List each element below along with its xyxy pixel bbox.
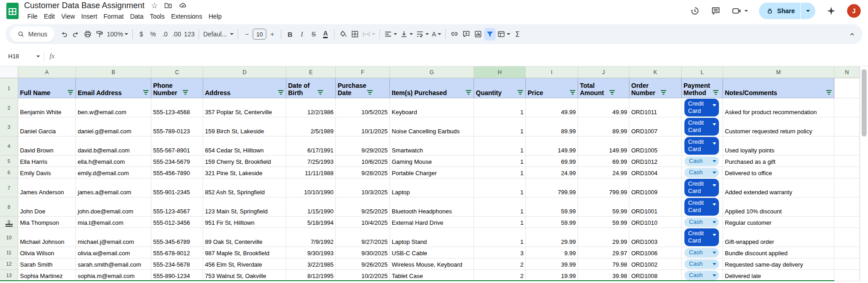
- cell-I7[interactable]: 799.99: [526, 178, 578, 197]
- menu-file[interactable]: File: [24, 12, 41, 21]
- cell-J6[interactable]: 24.99: [578, 167, 629, 178]
- cell-E12[interactable]: 3/22/1985: [286, 258, 336, 270]
- cloud-status-icon[interactable]: [179, 1, 187, 10]
- cell-K3[interactable]: ORD1007: [629, 117, 682, 136]
- cell-C13[interactable]: 555-890-1234: [151, 270, 203, 281]
- cell-M5[interactable]: Purchased as a gift: [723, 156, 834, 167]
- cell-C9[interactable]: 555-012-3456: [151, 217, 203, 228]
- cell-M6[interactable]: Delivered to office: [723, 167, 834, 178]
- cell-K9[interactable]: ORD1010: [629, 217, 682, 228]
- row-number-12[interactable]: 12: [0, 258, 18, 270]
- cell-C2[interactable]: 555-123-4568: [151, 98, 203, 117]
- cell-N10[interactable]: [834, 228, 860, 247]
- menu-tools[interactable]: Tools: [147, 12, 168, 21]
- cell-H13[interactable]: 2: [474, 270, 526, 281]
- payment-method-chip[interactable]: Credit Card: [684, 99, 719, 116]
- name-box[interactable]: H18: [5, 53, 42, 60]
- cell-F8[interactable]: 9/25/2025: [336, 197, 390, 217]
- cell-I3[interactable]: 89.99: [526, 117, 578, 136]
- cell-L9[interactable]: Cash: [682, 217, 723, 228]
- cell-G9[interactable]: External Hard Drive: [390, 217, 474, 228]
- header-cell-K[interactable]: Order Number: [629, 78, 682, 98]
- insert-link-button[interactable]: [449, 28, 460, 40]
- cell-B13[interactable]: sophia.m@email.com: [76, 270, 151, 281]
- header-cell-E[interactable]: Date of Birth: [286, 78, 336, 98]
- scrollbar-thumb[interactable]: [862, 69, 867, 136]
- cell-I9[interactable]: 59.99: [526, 217, 578, 228]
- cell-L11[interactable]: Cash: [682, 247, 723, 258]
- cell-K8[interactable]: ORD1001: [629, 197, 682, 217]
- payment-method-chip[interactable]: Cash: [684, 271, 719, 280]
- cell-H4[interactable]: 1: [474, 136, 526, 156]
- cell-A3[interactable]: Daniel Garcia: [18, 117, 76, 136]
- undo-button[interactable]: [58, 28, 70, 40]
- menu-help[interactable]: Help: [205, 12, 225, 21]
- cell-G12[interactable]: Wireless Mouse, Keyboard: [390, 258, 474, 270]
- cell-N11[interactable]: [834, 247, 860, 258]
- row-number-11[interactable]: 11: [0, 247, 18, 258]
- cell-D12[interactable]: 456 Elm St, Riverdale: [203, 258, 286, 270]
- cell-N3[interactable]: [834, 117, 860, 136]
- cell-F6[interactable]: 9/28/2025: [336, 167, 390, 178]
- header-cell-D[interactable]: Address: [203, 78, 286, 98]
- cell-F13[interactable]: 10/2/2025: [336, 270, 390, 281]
- cell-N7[interactable]: [834, 178, 860, 197]
- comments-icon[interactable]: [711, 6, 721, 16]
- chip-dropdown-caret[interactable]: [713, 252, 716, 254]
- cell-A7[interactable]: James Anderson: [18, 178, 76, 197]
- cell-I4[interactable]: 149.99: [526, 136, 578, 156]
- cell-D4[interactable]: 654 Cedar St, Hilltown: [203, 136, 286, 156]
- filter-views-button[interactable]: [496, 28, 512, 40]
- cell-K13[interactable]: ORD1008: [629, 270, 682, 281]
- header-cell-A[interactable]: Full Name: [18, 78, 76, 98]
- chip-dropdown-caret[interactable]: [713, 104, 716, 106]
- header-cell-B[interactable]: Email Address: [76, 78, 151, 98]
- format-currency-button[interactable]: $: [135, 28, 147, 40]
- cell-K10[interactable]: ORD1003: [629, 228, 682, 247]
- cell-I6[interactable]: 24.99: [526, 167, 578, 178]
- row-number-1[interactable]: 1: [0, 78, 18, 98]
- cell-H8[interactable]: 1: [474, 197, 526, 217]
- chip-dropdown-caret[interactable]: [713, 274, 716, 277]
- cell-K12[interactable]: ORD1002: [629, 258, 682, 270]
- cell-M3[interactable]: Customer requested return policy: [723, 117, 834, 136]
- cell-L3[interactable]: Credit Card: [682, 117, 723, 136]
- row-number-3[interactable]: 3: [0, 117, 18, 136]
- row-number-5[interactable]: 5: [0, 156, 18, 167]
- print-button[interactable]: [82, 28, 94, 40]
- header-cell-I[interactable]: Price: [526, 78, 578, 98]
- cell-G11[interactable]: USB-C Cable: [390, 247, 474, 258]
- cell-J11[interactable]: 29.97: [578, 247, 629, 258]
- menu-format[interactable]: Format: [100, 12, 127, 21]
- column-letter-M[interactable]: M: [723, 66, 834, 78]
- cell-M12[interactable]: Requested same-day delivery: [723, 258, 834, 270]
- cell-D13[interactable]: 753 Walnut St, Oakville: [203, 270, 286, 281]
- cell-L5[interactable]: Cash: [682, 156, 723, 167]
- payment-method-chip[interactable]: Cash: [684, 248, 719, 258]
- chip-dropdown-caret[interactable]: [713, 203, 716, 206]
- cell-E5[interactable]: 7/25/1993: [286, 156, 336, 167]
- format-percent-button[interactable]: %: [147, 28, 159, 40]
- cell-B6[interactable]: emily.d@email.com: [76, 167, 151, 178]
- vertical-scrollbar[interactable]: [860, 66, 868, 283]
- cell-I12[interactable]: 39.99: [526, 258, 578, 270]
- increase-decimal-button[interactable]: .00: [171, 28, 183, 40]
- cell-L6[interactable]: Cash: [682, 167, 723, 178]
- cell-N13[interactable]: [834, 270, 860, 281]
- cell-I5[interactable]: 69.99: [526, 156, 578, 167]
- bold-button[interactable]: B: [284, 28, 296, 40]
- cell-A10[interactable]: Michael Johnson: [18, 228, 76, 247]
- menu-data[interactable]: Data: [127, 12, 147, 21]
- cell-A12[interactable]: Sarah Smith: [18, 258, 76, 270]
- cell-F10[interactable]: 9/27/2025: [336, 228, 390, 247]
- chip-dropdown-caret[interactable]: [713, 234, 716, 236]
- cell-N6[interactable]: [834, 167, 860, 178]
- cell-E10[interactable]: 7/9/1992: [286, 228, 336, 247]
- header-cell-H[interactable]: Quantity: [474, 78, 526, 98]
- cell-D2[interactable]: 357 Poplar St, Centerville: [203, 98, 286, 117]
- column-letter-H[interactable]: H: [474, 66, 526, 78]
- filter-icon[interactable]: [182, 90, 190, 96]
- cell-B2[interactable]: ben.w@email.com: [76, 98, 151, 117]
- italic-button[interactable]: I: [296, 28, 308, 40]
- insert-chart-button[interactable]: [472, 28, 484, 40]
